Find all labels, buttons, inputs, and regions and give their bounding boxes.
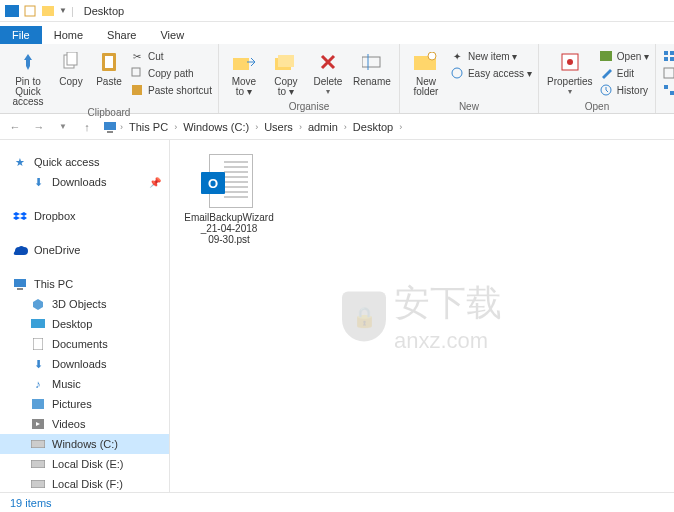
quick-access-toolbar: ▼ | [4,4,76,18]
history-button[interactable]: History [599,82,649,98]
qat-dropdown-icon[interactable]: ▼ [59,6,67,15]
select-all-button[interactable]: Select all [662,48,674,64]
nav-windows-c[interactable]: Windows (C:) [0,434,169,454]
invert-selection-button[interactable]: Invert selection [662,82,674,98]
svg-rect-26 [664,85,668,89]
nav-local-e[interactable]: Local Disk (E:) [0,454,169,474]
item-count: 19 items [10,497,52,509]
svg-rect-30 [14,279,26,287]
cut-button[interactable]: ✂Cut [130,48,212,64]
tab-share[interactable]: Share [95,26,148,44]
file-list[interactable]: O EmailBackupWizard_21-04-2018 09-30.pst… [170,140,674,492]
svg-rect-36 [31,440,45,448]
nav-desktop[interactable]: Desktop [0,314,169,334]
address-bar: ← → ▼ ↑ › This PC› Windows (C:)› Users› … [0,114,674,140]
edit-icon [599,66,613,80]
svg-point-18 [567,59,573,65]
desktop-icon [30,317,46,331]
nav-documents[interactable]: Documents [0,334,169,354]
navigation-pane: ★Quick access ⬇Downloads📌 Dropbox OneDri… [0,140,170,492]
paste-button[interactable]: Paste [92,46,126,87]
copy-icon [62,48,80,76]
select-none-button[interactable]: Select none [662,65,674,81]
pin-indicator-icon: 📌 [149,177,161,188]
properties-button[interactable]: Properties ▾ [545,46,595,96]
svg-point-16 [452,68,462,78]
pin-to-quick-access-button[interactable]: Pin to Quick access [6,46,50,107]
crumb-desktop[interactable]: Desktop [349,119,397,135]
back-button[interactable]: ← [6,118,24,136]
nav-3d-objects[interactable]: 3D Objects [0,294,169,314]
up-button[interactable]: ↑ [78,118,96,136]
star-icon: ★ [12,155,28,169]
svg-rect-29 [107,131,113,133]
nav-dropbox[interactable]: Dropbox [0,206,169,226]
downloads-icon: ⬇ [30,175,46,189]
svg-rect-12 [362,57,380,67]
svg-rect-0 [5,5,19,17]
nav-quick-access[interactable]: ★Quick access [0,152,169,172]
forward-button[interactable]: → [30,118,48,136]
nav-this-pc[interactable]: This PC [0,274,169,294]
tab-file[interactable]: File [0,26,42,44]
3d-objects-icon [30,297,46,311]
svg-rect-24 [670,57,674,61]
svg-rect-37 [31,460,45,468]
crumb-admin[interactable]: admin [304,119,342,135]
file-label: EmailBackupWizard_21-04-2018 09-30.pst [184,212,274,245]
ribbon-tabs: File Home Share View [0,22,674,44]
crumb-windows-c[interactable]: Windows (C:) [179,119,253,135]
invert-selection-icon [662,83,674,97]
properties-qat-icon[interactable] [22,4,38,18]
ribbon-group-open: Properties ▾ Open ▾ Edit History Open [539,44,656,113]
rename-button[interactable]: Rename [351,46,393,87]
explorer-icon [4,4,20,18]
svg-rect-27 [670,91,674,95]
shield-icon: 🔒 [342,291,386,341]
svg-rect-38 [31,480,45,488]
easy-access-button[interactable]: Easy access ▾ [450,65,532,81]
open-icon [599,49,613,63]
copy-path-icon [130,66,144,80]
svg-rect-31 [17,288,23,290]
recent-dropdown[interactable]: ▼ [54,118,72,136]
copy-path-button[interactable]: Copy path [130,65,212,81]
move-to-button[interactable]: Move to ▾ [225,46,263,97]
new-folder-button[interactable]: New folder [406,46,446,97]
paste-shortcut-icon [130,83,144,97]
paste-shortcut-button[interactable]: Paste shortcut [130,82,212,98]
svg-rect-32 [31,319,45,328]
new-item-button[interactable]: ✦New item ▾ [450,48,532,64]
edit-button[interactable]: Edit [599,65,649,81]
move-to-icon [233,48,255,76]
nav-local-f[interactable]: Local Disk (F:) [0,474,169,492]
nav-downloads[interactable]: ⬇Downloads [0,354,169,374]
properties-icon [560,48,580,76]
open-button[interactable]: Open ▾ [599,48,649,64]
crumb-this-pc[interactable]: This PC [125,119,172,135]
tab-view[interactable]: View [148,26,196,44]
delete-icon [319,48,337,76]
this-pc-icon [12,277,28,291]
svg-rect-9 [233,58,249,70]
tab-home[interactable]: Home [42,26,95,44]
nav-pictures[interactable]: Pictures [0,394,169,414]
select-group-label: Select [662,101,674,113]
crumb-users[interactable]: Users [260,119,297,135]
delete-button[interactable]: Delete ▾ [309,46,347,96]
folder-qat-icon[interactable] [40,4,56,18]
nav-downloads-qa[interactable]: ⬇Downloads📌 [0,172,169,192]
nav-videos[interactable]: Videos [0,414,169,434]
pc-icon [102,120,118,134]
svg-rect-23 [664,57,668,61]
nav-onedrive[interactable]: OneDrive [0,240,169,260]
easy-access-icon [450,66,464,80]
file-item-pst[interactable]: O EmailBackupWizard_21-04-2018 09-30.pst [184,154,274,245]
copy-to-button[interactable]: Copy to ▾ [267,46,305,97]
svg-rect-25 [664,68,674,78]
new-folder-icon [414,48,438,76]
nav-music[interactable]: ♪Music [0,374,169,394]
copy-button[interactable]: Copy [54,46,88,87]
window-title: Desktop [84,5,124,17]
svg-point-15 [428,52,436,60]
